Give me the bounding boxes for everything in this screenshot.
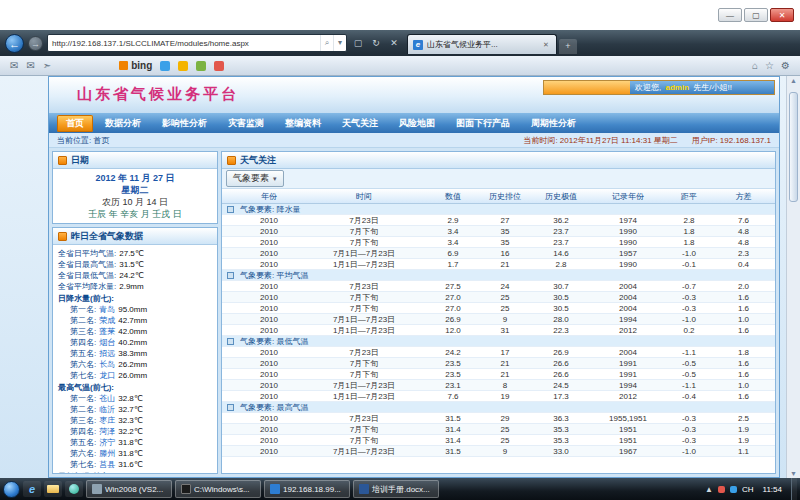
- search-icon[interactable]: ⌕: [320, 35, 333, 51]
- menu-item-3[interactable]: 灾害监测: [219, 115, 273, 132]
- station-link[interactable]: 济宁: [99, 438, 115, 447]
- element-filter-button[interactable]: 气象要素 ▾: [226, 170, 284, 187]
- station-link[interactable]: 菏泽: [99, 427, 115, 436]
- mail2-icon[interactable]: ✉: [26, 60, 34, 71]
- table-row[interactable]: 20107月下旬23.52126.61991-0.51.6: [222, 358, 775, 369]
- hidden-icons-arrow[interactable]: ▲: [705, 485, 713, 494]
- station-link[interactable]: 荣成: [99, 316, 115, 325]
- table-row[interactable]: 20107月下旬31.42535.31951-0.31.9: [222, 424, 775, 435]
- section-header-row[interactable]: 气象要素: 平均气温: [222, 270, 775, 281]
- menu-item-6[interactable]: 风险地图: [390, 115, 444, 132]
- table-row[interactable]: 20107月23日2.92736.219742.87.6: [222, 215, 775, 226]
- collapse-cell[interactable]: [222, 204, 238, 214]
- show-desktop-button[interactable]: [791, 478, 797, 500]
- menu-item-1[interactable]: 数据分析: [96, 115, 150, 132]
- messenger-icon[interactable]: [160, 61, 170, 71]
- favorites-star-icon[interactable]: ☆: [765, 60, 774, 71]
- table-row[interactable]: 20101月1日—7月23日1.7212.81990-0.10.4: [222, 259, 775, 270]
- station-link[interactable]: 蓬莱: [99, 327, 115, 336]
- media-quicklaunch-icon[interactable]: [65, 481, 83, 497]
- table-row[interactable]: 20101月1日—7月23日7.61917.32012-0.41.6: [222, 391, 775, 402]
- station-link[interactable]: 莒县: [99, 460, 115, 469]
- menu-item-0[interactable]: 首页: [57, 115, 93, 132]
- explorer-quicklaunch-icon[interactable]: [44, 481, 62, 497]
- station-link[interactable]: 苍山: [99, 394, 115, 403]
- home-icon[interactable]: ⌂: [752, 60, 758, 71]
- vertical-scrollbar[interactable]: ▲ ▼: [786, 76, 800, 478]
- tray-network-icon[interactable]: [730, 486, 737, 493]
- stop-icon[interactable]: ✕: [387, 38, 401, 48]
- language-indicator[interactable]: CH: [742, 485, 754, 494]
- tab-shandong-climate[interactable]: e 山东省气候业务平... ✕: [407, 34, 557, 54]
- station-link[interactable]: 烟台: [99, 338, 115, 347]
- collapse-cell[interactable]: [222, 270, 238, 280]
- toolbar-app3-icon[interactable]: [214, 61, 224, 71]
- menu-item-5[interactable]: 天气关注: [333, 115, 387, 132]
- station-link[interactable]: 滕州: [99, 449, 115, 458]
- menu-item-8[interactable]: 周期性分析: [522, 115, 585, 132]
- section-header-row[interactable]: 气象要素: 降水量: [222, 204, 775, 215]
- table-row[interactable]: 20107月1日—7月23日31.5933.01967-1.01.1: [222, 446, 775, 457]
- new-tab-button[interactable]: +: [559, 39, 577, 54]
- toolbar-app2-icon[interactable]: [196, 61, 206, 71]
- taskbar-button-1[interactable]: C:\Windows\s...: [175, 480, 261, 498]
- clock[interactable]: 11:54: [759, 485, 786, 494]
- menu-item-2[interactable]: 影响性分析: [153, 115, 216, 132]
- table-row[interactable]: 20107月1日—7月23日6.91614.61957-1.02.3: [222, 248, 775, 259]
- app-icon-2: [270, 484, 280, 494]
- rank-item: 第一名:青岛95.0mm: [58, 304, 212, 315]
- maximize-button[interactable]: ▢: [744, 8, 768, 22]
- section-header-row[interactable]: 气象要素: 最低气温: [222, 336, 775, 347]
- tray-app-icon[interactable]: [718, 486, 725, 493]
- table-row[interactable]: 20107月下旬23.52126.61991-0.51.6: [222, 369, 775, 380]
- table-row[interactable]: 20107月23日24.21726.92004-1.11.8: [222, 347, 775, 358]
- table-row[interactable]: 20107月23日27.52430.72004-0.72.0: [222, 281, 775, 292]
- tab-close-icon[interactable]: ✕: [541, 41, 551, 49]
- collapse-cell[interactable]: [222, 402, 238, 412]
- table-row[interactable]: 20107月下旬3.43523.719901.84.8: [222, 226, 775, 237]
- forward-button[interactable]: →: [28, 36, 43, 51]
- ie-quicklaunch-icon[interactable]: e: [23, 481, 41, 497]
- minimize-button[interactable]: —: [718, 8, 742, 22]
- table-row[interactable]: 20101月1日—7月23日12.03122.320120.21.6: [222, 325, 775, 336]
- table-row[interactable]: 20107月下旬31.42535.31951-0.31.9: [222, 435, 775, 446]
- table-row[interactable]: 20107月下旬27.02530.52004-0.31.6: [222, 303, 775, 314]
- taskbar-button-2[interactable]: 192.168.18.99...: [264, 480, 350, 498]
- table-cell: 2004: [590, 292, 666, 302]
- table-row[interactable]: 20107月1日—7月23日23.1824.51994-1.11.0: [222, 380, 775, 391]
- mail-icon[interactable]: ✉: [10, 60, 18, 71]
- close-button[interactable]: ✕: [770, 8, 794, 22]
- section-header-row[interactable]: 气象要素: 最高气温: [222, 402, 775, 413]
- taskbar-button-0[interactable]: Win2008 (VS2...: [86, 480, 172, 498]
- table-row[interactable]: 20107月1日—7月23日26.9928.01994-1.01.0: [222, 314, 775, 325]
- back-button[interactable]: ←: [5, 34, 24, 53]
- menu-item-7[interactable]: 图面下行产品: [447, 115, 519, 132]
- station-link[interactable]: 长岛: [99, 360, 115, 369]
- table-row[interactable]: 20107月23日31.52936.31955,1951-0.32.5: [222, 413, 775, 424]
- scrollbar-thumb[interactable]: [789, 92, 798, 202]
- taskbar-button-3[interactable]: 培训手册.docx...: [353, 480, 439, 498]
- bing-search-box[interactable]: bing: [119, 60, 152, 71]
- tools-gear-icon[interactable]: ⚙: [781, 60, 790, 71]
- table-cell: 25: [478, 303, 532, 313]
- menu-item-4[interactable]: 整编资料: [276, 115, 330, 132]
- table-row[interactable]: 20107月下旬3.43523.719901.84.8: [222, 237, 775, 248]
- refresh-icon[interactable]: ↻: [369, 38, 383, 48]
- station-link[interactable]: 临沂: [99, 405, 115, 414]
- station-link[interactable]: 招远: [99, 349, 115, 358]
- scroll-up-icon[interactable]: ▲: [790, 77, 797, 84]
- address-bar[interactable]: http://192.168.137.1/SLCCLIMATE/modules/…: [47, 34, 347, 52]
- collapse-cell[interactable]: [222, 336, 238, 346]
- scroll-down-icon[interactable]: ▼: [790, 470, 797, 477]
- station-link[interactable]: 枣庄: [99, 416, 115, 425]
- autocomplete-dropdown-icon[interactable]: ▾: [333, 35, 346, 51]
- table-cell: 1990: [590, 259, 666, 269]
- station-link[interactable]: 青岛: [99, 305, 115, 314]
- station-link[interactable]: 龙口: [99, 371, 115, 380]
- start-button[interactable]: [3, 481, 20, 498]
- compatibility-icon[interactable]: ▢: [351, 38, 365, 48]
- table-row[interactable]: 20107月下旬27.02530.52004-0.31.6: [222, 292, 775, 303]
- toolbar-app-icon[interactable]: [178, 61, 188, 71]
- send-icon[interactable]: ➣: [43, 60, 51, 71]
- url-text[interactable]: http://192.168.137.1/SLCCLIMATE/modules/…: [48, 39, 320, 48]
